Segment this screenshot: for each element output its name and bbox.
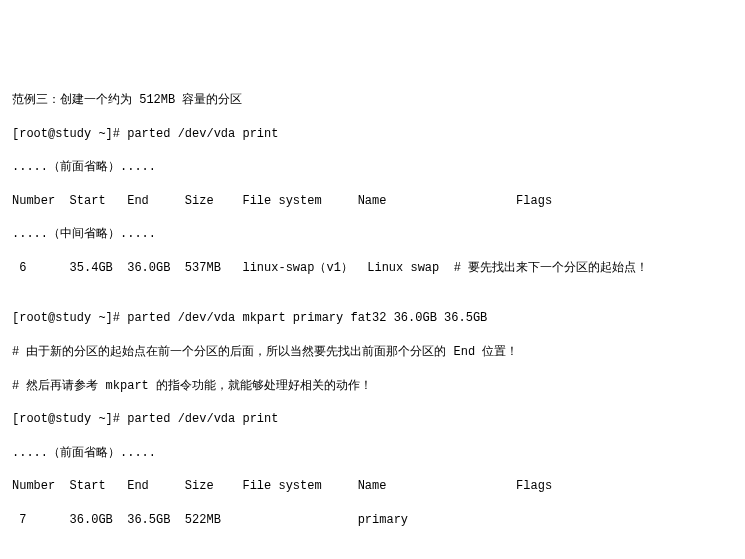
- line: 7 36.0GB 36.5GB 522MB primary: [12, 512, 733, 529]
- line: [root@study ~]# parted /dev/vda print: [12, 126, 733, 143]
- line: Number Start End Size File system Name F…: [12, 193, 733, 210]
- line: .....（中间省略）.....: [12, 226, 733, 243]
- line: [root@study ~]# parted /dev/vda print: [12, 411, 733, 428]
- line: Number Start End Size File system Name F…: [12, 478, 733, 495]
- terminal-output: 范例三：创建一个约为 512MB 容量的分区 [root@study ~]# p…: [12, 75, 733, 559]
- line: .....（前面省略）.....: [12, 445, 733, 462]
- line: 6 35.4GB 36.0GB 537MB linux-swap（v1） Lin…: [12, 260, 733, 277]
- line: .....（前面省略）.....: [12, 159, 733, 176]
- line: 范例三：创建一个约为 512MB 容量的分区: [12, 92, 733, 109]
- line: # 由于新的分区的起始点在前一个分区的后面，所以当然要先找出前面那个分区的 En…: [12, 344, 733, 361]
- line: # 然后再请参考 mkpart 的指令功能，就能够处理好相关的动作！: [12, 378, 733, 395]
- line: [root@study ~]# parted /dev/vda mkpart p…: [12, 310, 733, 327]
